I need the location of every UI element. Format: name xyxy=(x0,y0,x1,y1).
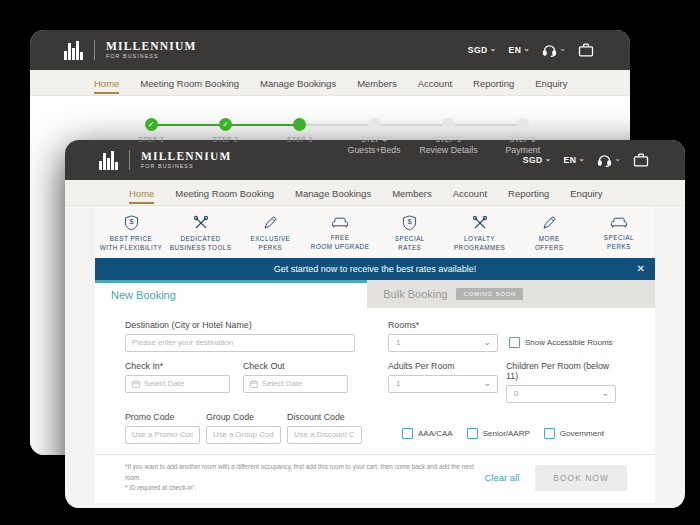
check-circle-icon: ✓ xyxy=(145,118,158,131)
nav-item-meeting-room-booking[interactable]: Meeting Room Booking xyxy=(175,182,274,204)
chevron-down-icon: ⌄ xyxy=(601,388,609,398)
close-icon[interactable]: ✕ xyxy=(637,264,645,274)
nav-item-reporting[interactable]: Reporting xyxy=(473,72,514,94)
check-in-label: Check In* xyxy=(125,361,230,371)
promo-code-label: Promo Code xyxy=(125,412,200,422)
benefit-exclusive-perks: EXCLUSIVEPERKS xyxy=(238,215,302,253)
benefit-best-price: $ BEST PRICEWITH FLEXIBILITY xyxy=(99,215,163,253)
aaa-caa-checkbox[interactable]: AAA/CAA xyxy=(402,428,453,439)
rooms-label: Rooms* xyxy=(388,320,498,330)
tab-new-booking[interactable]: New Booking xyxy=(95,280,367,308)
banner-text: Get started now to receive the best rate… xyxy=(274,264,477,274)
nav-item-home[interactable]: Home xyxy=(94,72,119,94)
check-in-date-input[interactable]: Select Date xyxy=(125,375,230,393)
millennium-bars-icon xyxy=(64,41,83,60)
briefcase-icon[interactable] xyxy=(633,153,649,167)
brand-logo[interactable]: MILLENNIUM FOR BUSINESS xyxy=(64,40,197,60)
support-menu[interactable]: ⌄ xyxy=(597,154,621,167)
support-menu[interactable]: ⌄ xyxy=(542,44,566,57)
step-5-review-details[interactable]: STEP 5 Review Details xyxy=(411,108,485,155)
book-now-button[interactable]: BOOK NOW xyxy=(535,465,627,491)
chevron-down-icon: ⌄ xyxy=(544,155,551,163)
promo-code-input[interactable] xyxy=(125,426,200,444)
adults-label: Adults Per Room xyxy=(388,361,498,371)
language-selector[interactable]: EN⌄ xyxy=(509,45,531,55)
shield-dollar-icon: $ xyxy=(124,215,139,231)
new-booking-form: Destination (City or Hotel Name) Rooms* … xyxy=(95,308,655,454)
language-selector[interactable]: EN⌄ xyxy=(564,155,586,165)
rooms-select[interactable]: 1⌄ xyxy=(388,334,498,352)
headset-icon xyxy=(597,154,612,167)
nav-item-account[interactable]: Account xyxy=(418,72,452,94)
chevron-down-icon: ⌄ xyxy=(523,45,530,53)
pencil-icon xyxy=(262,215,278,231)
nav-item-home[interactable]: Home xyxy=(129,182,154,204)
front-browser-window: MILLENNIUM FOR BUSINESS SGD⌄ EN⌄ ⌄ Home … xyxy=(65,140,685,508)
section-gap xyxy=(65,503,685,508)
couch-icon xyxy=(331,215,349,230)
footnotes: *If you want to add another room with a … xyxy=(125,462,484,494)
check-out-label: Check Out xyxy=(243,361,348,371)
tab-bulk-booking[interactable]: Bulk Booking COMING SOON xyxy=(367,280,655,308)
crossed-tools-icon xyxy=(472,215,488,231)
couch-icon xyxy=(610,215,628,230)
adults-select[interactable]: 1⌄ xyxy=(388,375,498,393)
nav-item-members[interactable]: Members xyxy=(357,72,397,94)
svg-text:$: $ xyxy=(408,217,413,226)
checkbox-icon xyxy=(509,337,520,348)
main-nav: Home Meeting Room Booking Manage Booking… xyxy=(65,180,685,206)
nav-item-enquiry[interactable]: Enquiry xyxy=(535,72,567,94)
svg-text:$: $ xyxy=(129,217,134,226)
step-1-search[interactable]: ✓ STEP 1 Search xyxy=(114,108,188,155)
nav-item-reporting[interactable]: Reporting xyxy=(508,182,549,204)
brand-tagline: FOR BUSINESS xyxy=(106,54,197,59)
destination-input[interactable] xyxy=(125,334,355,352)
main-nav: Home Meeting Room Booking Manage Booking… xyxy=(30,70,630,96)
destination-label: Destination (City or Hotel Name) xyxy=(125,320,355,330)
discount-code-input[interactable] xyxy=(287,426,362,444)
nav-item-members[interactable]: Members xyxy=(392,182,432,204)
children-select[interactable]: 0⌄ xyxy=(506,385,616,403)
show-accessible-rooms-checkbox[interactable]: Show Accessible Rooms xyxy=(509,337,613,348)
discount-code-label: Discount Code xyxy=(287,412,362,422)
current-step-dot-icon xyxy=(293,118,306,131)
chevron-down-icon: ⌄ xyxy=(483,378,491,388)
briefcase-icon[interactable] xyxy=(578,43,594,57)
step-3-select-rooms[interactable]: STEP 3 Select Rooms xyxy=(263,108,337,155)
check-circle-icon: ✓ xyxy=(219,118,232,131)
coming-soon-badge: COMING SOON xyxy=(456,288,523,300)
calendar-icon xyxy=(132,380,140,388)
checkbox-icon xyxy=(544,428,555,439)
todo-step-dot-icon xyxy=(368,118,381,131)
benefit-room-upgrade: FREEROOM UPGRADE xyxy=(308,215,372,253)
step-6-payment[interactable]: STEP 6 Payment xyxy=(486,108,560,155)
nav-item-meeting-room-booking[interactable]: Meeting Room Booking xyxy=(140,72,239,94)
brand-tagline: FOR BUSINESS xyxy=(141,164,232,169)
checkbox-icon xyxy=(402,428,413,439)
clear-all-link[interactable]: Clear all xyxy=(484,472,519,483)
crossed-tools-icon xyxy=(193,215,209,231)
group-code-input[interactable] xyxy=(206,426,281,444)
todo-step-dot-icon xyxy=(442,118,455,131)
nav-item-manage-bookings[interactable]: Manage Bookings xyxy=(295,182,371,204)
form-footer: *If you want to add another room with a … xyxy=(95,454,655,503)
chevron-down-icon: ⌄ xyxy=(559,45,566,53)
currency-selector[interactable]: SGD⌄ xyxy=(523,155,552,165)
senior-aarp-checkbox[interactable]: Senior/AARP xyxy=(467,428,530,439)
currency-selector[interactable]: SGD⌄ xyxy=(468,45,497,55)
government-checkbox[interactable]: Government xyxy=(544,428,604,439)
chevron-down-icon: ⌄ xyxy=(578,155,585,163)
nav-item-manage-bookings[interactable]: Manage Bookings xyxy=(260,72,336,94)
nav-item-enquiry[interactable]: Enquiry xyxy=(570,182,602,204)
benefit-business-tools: DEDICATEDBUSINESS TOOLS xyxy=(169,215,233,253)
pencil-icon xyxy=(541,215,557,231)
children-label: Children Per Room (below 11) xyxy=(506,361,616,381)
step-4-guests-beds[interactable]: STEP 4 Guests+Beds xyxy=(337,108,411,155)
headset-icon xyxy=(542,44,557,57)
step-2-select-hotel[interactable]: ✓ STEP 2 Select Hotel xyxy=(188,108,262,155)
shield-dollar-icon: $ xyxy=(402,215,417,231)
check-out-date-input[interactable]: Select Date xyxy=(243,375,348,393)
brand-name: MILLENNIUM xyxy=(106,41,197,53)
nav-item-account[interactable]: Account xyxy=(453,182,487,204)
chevron-down-icon: ⌄ xyxy=(489,45,496,53)
